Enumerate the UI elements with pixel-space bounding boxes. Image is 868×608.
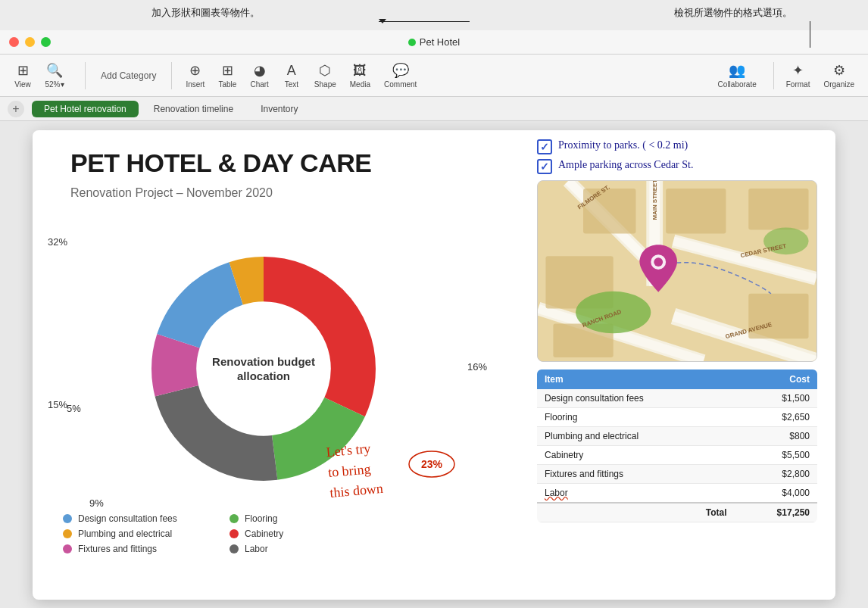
check-item-0: Proximity to parks. ( < 0.2 mi) [537, 138, 825, 154]
checklist: Proximity to parks. ( < 0.2 mi) Ample pa… [537, 138, 825, 174]
organize-icon: ⚙ [833, 62, 845, 79]
pct-23-annotation: 23% [407, 449, 457, 482]
table-row-3: Cabinetry$5,500 [537, 445, 817, 464]
separator-2 [171, 62, 172, 89]
legend-color-4 [63, 544, 72, 553]
map-svg: FILMORE ST. MAIN STREET CEDAR STREET RAN… [538, 181, 816, 361]
text-button[interactable]: A Text [276, 60, 307, 92]
slide-subtitle: Renovation Project – November 2020 [70, 186, 273, 200]
legend-label-3: Cabinetry [245, 528, 283, 539]
checkbox-1[interactable] [537, 159, 552, 174]
toolbar-left-group: ⊞ View 🔍 52%▾ [8, 59, 70, 92]
right-panel: Proximity to parks. ( < 0.2 mi) Ample pa… [537, 138, 825, 522]
tab-renovation-timeline[interactable]: Renovation timeline [142, 101, 245, 117]
tabbar: + Pet Hotel renovation Renovation timeli… [0, 97, 868, 121]
tab-pet-hotel-renovation[interactable]: Pet Hotel renovation [32, 101, 139, 117]
close-button[interactable] [9, 37, 19, 47]
legend-label-4: Fixtures and fittings [78, 544, 157, 554]
chart-label-9: 9% [89, 497, 104, 509]
media-label: Media [350, 80, 370, 89]
shape-button[interactable]: ⬡ Shape [308, 59, 342, 92]
legend-item-1: Flooring [229, 513, 381, 524]
comment-label: Comment [384, 80, 417, 89]
pct-23-text: 23% [421, 458, 443, 470]
view-icon: ⊞ [17, 62, 29, 79]
annotation-left-text: 加入形狀和圖表等物件。 [151, 6, 260, 20]
table-cell-cost-0: $1,500 [734, 389, 817, 408]
table-cell-item-5: Labor [537, 483, 734, 503]
map-container[interactable]: FILMORE ST. MAIN STREET CEDAR STREET RAN… [537, 180, 817, 362]
svg-rect-17 [748, 293, 808, 338]
legend-label-1: Flooring [245, 513, 277, 524]
minimize-button[interactable] [25, 37, 35, 47]
check-text-1: Ample parking across Cedar St. [558, 157, 693, 173]
zoom-button[interactable]: 🔍 52%▾ [39, 59, 70, 92]
total-label: Total [537, 503, 734, 522]
tab-label-0: Pet Hotel renovation [44, 104, 126, 114]
table-row-1: Flooring$2,650 [537, 407, 817, 426]
shape-label: Shape [314, 80, 336, 89]
separator-1 [85, 62, 86, 89]
media-icon: 🖼 [353, 63, 367, 79]
legend-color-0 [63, 514, 72, 523]
tab-inventory[interactable]: Inventory [248, 101, 310, 117]
donut-center [198, 303, 329, 435]
shape-icon: ⬡ [319, 62, 331, 79]
text-label: Text [285, 80, 298, 89]
canvas: PET HOTEL & DAY CARE Renovation Project … [0, 121, 868, 608]
table-cell-item-0: Design consultation fees [537, 389, 734, 408]
table-cell-cost-4: $2,800 [734, 464, 817, 483]
legend-item-2: Plumbing and electrical [63, 528, 214, 539]
insert-icon: ⊕ [189, 62, 201, 79]
view-button[interactable]: ⊞ View [8, 59, 38, 92]
legend-color-2 [63, 529, 72, 538]
table-cell-item-3: Cabinetry [537, 445, 734, 464]
comment-button[interactable]: 💬 Comment [378, 59, 423, 92]
media-button[interactable]: 🖼 Media [344, 60, 376, 92]
titlebar: Pet Hotel [0, 30, 868, 55]
svg-text:MAIN STREET: MAIN STREET [651, 181, 658, 220]
tab-label-2: Inventory [261, 104, 298, 114]
table-cell-item-2: Plumbing and electrical [537, 426, 734, 445]
window-title-text: Pet Hotel [420, 36, 460, 48]
insert-tools-group: ⊕ Insert ⊞ Table ◕ Chart A Text ⬡ Shape … [180, 59, 423, 92]
circle-23-svg: 23% [407, 449, 457, 479]
check-text-0: Proximity to parks. ( < 0.2 mi) [558, 138, 688, 153]
app-indicator [408, 39, 416, 46]
table-row-5: Labor$4,000 [537, 483, 817, 503]
table-cell-cost-1: $2,650 [734, 407, 817, 426]
chart-icon: ◕ [254, 62, 266, 79]
legend-item-4: Fixtures and fittings [63, 544, 214, 554]
chart-container[interactable]: 32% 16% 9% 15% 5% [48, 214, 479, 562]
window-controls [9, 37, 51, 47]
slide[interactable]: PET HOTEL & DAY CARE Renovation Project … [33, 130, 835, 600]
add-category-button[interactable]: Add Category [93, 67, 164, 84]
table-header-item: Item [537, 369, 734, 389]
window-title: Pet Hotel [408, 36, 460, 48]
table-icon: ⊞ [222, 62, 233, 79]
comment-icon: 💬 [392, 62, 409, 79]
insert-button[interactable]: ⊕ Insert [180, 59, 211, 92]
zoom-label: 52%▾ [45, 80, 64, 89]
table-row-4: Fixtures and fittings$2,800 [537, 464, 817, 483]
view-label: View [14, 80, 31, 89]
legend-label-0: Design consultation fees [78, 513, 177, 524]
checkbox-0[interactable] [537, 139, 552, 154]
legend-label-2: Plumbing and electrical [78, 528, 172, 539]
add-tab-button[interactable]: + [8, 101, 24, 117]
maximize-button[interactable] [41, 37, 51, 47]
table-cell-cost-3: $5,500 [734, 445, 817, 464]
collaborate-button[interactable]: 👥 Collaborate [707, 59, 767, 92]
table-label: Table [218, 80, 236, 89]
table-row-0: Design consultation fees$1,500 [537, 389, 817, 408]
table-cell-item-1: Flooring [537, 407, 734, 426]
svg-rect-14 [748, 188, 808, 229]
organize-button[interactable]: ⚙ Organize [817, 59, 860, 92]
table-cell-cost-5: $4,000 [734, 483, 817, 503]
chart-label: Chart [250, 80, 268, 89]
format-button[interactable]: ✦ Format [780, 59, 816, 92]
chart-button[interactable]: ◕ Chart [244, 59, 274, 92]
toolbar-right-group: 👥 Collaborate ✦ Format ⚙ Organize [707, 59, 860, 92]
handwriting-annotation: Let's tryto bringthis down [326, 437, 384, 503]
table-button[interactable]: ⊞ Table [212, 59, 242, 92]
